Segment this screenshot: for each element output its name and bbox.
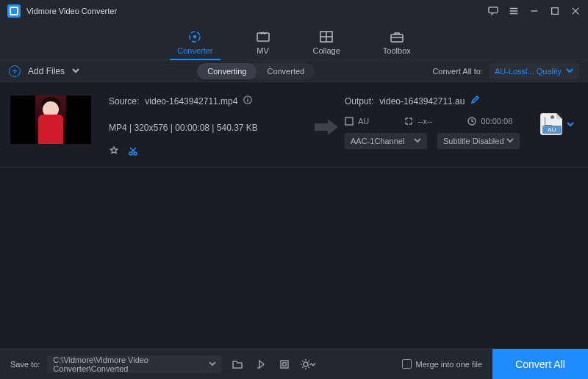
svg-point-3: [193, 35, 196, 38]
tab-label: Toolbox: [383, 46, 411, 55]
item-list: Source: video-1643942711.mp4 MP4 | 320x5…: [0, 82, 588, 348]
format-badge-icon[interactable]: AU: [540, 113, 562, 135]
svg-rect-8: [248, 99, 248, 102]
output-line: Output: video-1643942711.au: [345, 95, 537, 107]
chevron-down-icon: [414, 137, 421, 145]
source-metadata: MP4 | 320x576 | 00:00:08 | 540.37 KB: [109, 123, 301, 133]
speed-icon[interactable]: [253, 356, 269, 372]
chevron-down-icon: [506, 137, 514, 145]
item-action-icons: [109, 146, 301, 159]
merge-checkbox[interactable]: [402, 359, 412, 369]
edit-icon[interactable]: [470, 95, 479, 107]
video-thumbnail[interactable]: [10, 95, 91, 144]
main-nav: Converter MV Collage Toolbox: [0, 22, 588, 60]
add-files-label: Add Files: [28, 66, 65, 76]
title-bar-right: [488, 6, 581, 16]
subtab-converting[interactable]: Converting: [197, 63, 257, 79]
chevron-down-icon: [566, 67, 573, 76]
output-dropdowns: AAC-1Channel Subtitle Disabled: [345, 133, 537, 149]
conversion-item: Source: video-1643942711.mp4 MP4 | 320x5…: [0, 82, 588, 167]
convert-all-label: Convert All: [515, 358, 565, 370]
info-icon[interactable]: [243, 95, 252, 107]
plus-icon: +: [9, 65, 21, 77]
output-format-info: AU: [345, 117, 369, 126]
source-filename: video-1643942711.mp4: [145, 96, 237, 107]
title-bar-left: Vidmore Video Converter: [7, 4, 117, 18]
effects-icon[interactable]: [109, 146, 119, 159]
title-bar: Vidmore Video Converter: [0, 0, 588, 22]
svg-rect-14: [281, 361, 288, 368]
maximize-icon[interactable]: [550, 6, 560, 16]
add-files-button[interactable]: + Add Files: [9, 65, 79, 77]
output-resolution: --x--: [417, 117, 432, 126]
output-format-dropdown[interactable]: AU-Lossl... Quality: [489, 63, 579, 79]
merge-label: Merge into one file: [416, 360, 483, 369]
feedback-icon[interactable]: [488, 6, 498, 16]
svg-rect-1: [552, 8, 559, 15]
toolbox-icon: [390, 30, 404, 43]
converter-icon: [187, 30, 202, 43]
subtab-switch: Converting Converted: [197, 63, 315, 79]
output-column: Output: video-1643942711.au AU --x-- 00:…: [345, 95, 537, 149]
chevron-down-icon: [72, 66, 79, 76]
minimize-icon[interactable]: [529, 6, 539, 16]
subtitle-dropdown[interactable]: Subtitle Disabled: [437, 133, 520, 149]
output-format-value: AU-Lossl... Quality: [495, 67, 562, 76]
source-column: Source: video-1643942711.mp4 MP4 | 320x5…: [109, 95, 308, 159]
toolbar: + Add Files Converting Converted Convert…: [0, 60, 588, 82]
collage-icon: [319, 30, 334, 43]
mv-icon: [256, 30, 270, 43]
app-title: Vidmore Video Converter: [26, 7, 117, 15]
source-line: Source: video-1643942711.mp4: [109, 95, 301, 107]
convert-all-to-label: Convert All to:: [432, 67, 482, 76]
svg-rect-4: [257, 33, 269, 41]
bottom-bar: Save to: C:\Vidmore\Vidmore Video Conver…: [0, 348, 588, 379]
tab-label: Collage: [313, 46, 340, 55]
format-badge-text: AU: [542, 126, 562, 134]
open-folder-icon[interactable]: [229, 356, 245, 372]
subtitle-value: Subtitle Disabled: [443, 137, 504, 145]
svg-point-10: [129, 152, 132, 155]
saveto-dropdown[interactable]: C:\Vidmore\Vidmore Video Converter\Conve…: [47, 355, 222, 373]
saveto-label: Save to:: [10, 360, 40, 369]
tab-converter[interactable]: Converter: [177, 30, 212, 59]
format-small-icon: [345, 117, 354, 126]
convert-all-button[interactable]: Convert All: [492, 349, 588, 380]
item-format-column: AU: [537, 95, 578, 135]
tab-toolbox[interactable]: Toolbox: [383, 30, 411, 59]
merge-checkbox-wrap[interactable]: Merge into one file: [402, 359, 483, 369]
audio-track-dropdown[interactable]: AAC-1Channel: [345, 133, 427, 149]
source-label: Source:: [109, 96, 139, 107]
toolbar-right: Convert All to: AU-Lossl... Quality: [432, 63, 579, 79]
gpu-icon[interactable]: [276, 356, 293, 372]
thumbnail-image: [35, 95, 66, 144]
trim-icon[interactable]: [128, 146, 138, 159]
arrow-right-icon: [313, 116, 340, 141]
svg-point-16: [304, 362, 308, 367]
chevron-down-icon[interactable]: [567, 118, 574, 131]
svg-rect-12: [345, 118, 353, 125]
tab-collage[interactable]: Collage: [313, 30, 340, 59]
subtab-converted[interactable]: Converted: [257, 63, 315, 79]
tab-label: Converter: [177, 46, 212, 55]
svg-rect-6: [391, 35, 403, 42]
output-duration-info: 00:00:08: [467, 117, 512, 126]
saveto-path: C:\Vidmore\Vidmore Video Converter\Conve…: [53, 355, 209, 373]
settings-icon[interactable]: [300, 356, 316, 372]
tab-mv[interactable]: MV: [256, 30, 270, 59]
chevron-down-icon: [209, 360, 216, 369]
svg-rect-0: [489, 7, 498, 13]
menu-icon[interactable]: [509, 6, 519, 16]
output-resolution-info: --x--: [404, 117, 432, 126]
app-logo-icon: [7, 4, 21, 18]
svg-point-11: [134, 152, 137, 155]
output-filename: video-1643942711.au: [379, 96, 465, 107]
audio-track-value: AAC-1Channel: [351, 137, 404, 145]
arrow-column: [308, 95, 345, 141]
svg-point-15: [283, 362, 287, 366]
output-format-short: AU: [358, 117, 369, 126]
close-icon[interactable]: [570, 6, 581, 16]
output-duration: 00:00:08: [481, 117, 512, 126]
svg-rect-9: [248, 98, 248, 98]
thumbnail-column: [10, 95, 109, 144]
